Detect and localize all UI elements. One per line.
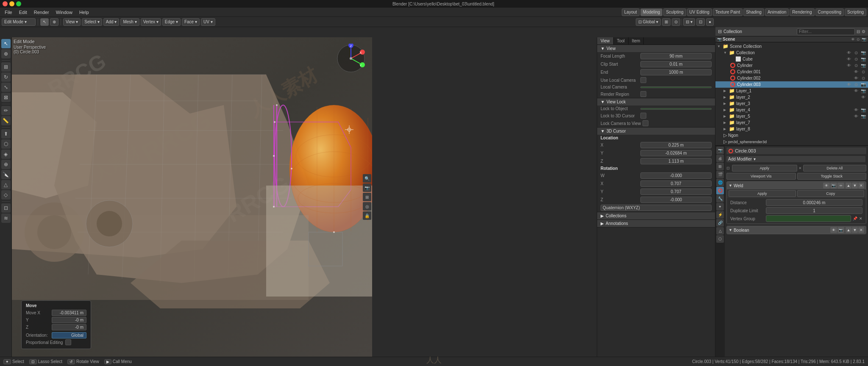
scene-collection-item[interactable]: ▼ 📁 Scene Collection (715, 43, 868, 50)
bevel-icon[interactable]: ◈ (1, 150, 11, 159)
menu-render[interactable]: Render (31, 9, 52, 16)
props-modifier-icon[interactable]: 🔧 (716, 195, 724, 202)
weld-down-btn[interactable]: ▼ (852, 183, 858, 189)
add-btn[interactable]: Add ▾ (103, 18, 120, 26)
props-particles-icon[interactable]: ✦ (716, 203, 724, 211)
weld-up-btn[interactable]: ▲ (846, 183, 851, 189)
weld-vg-pin[interactable]: 📌 (853, 216, 857, 221)
lock-obj-value[interactable] (640, 108, 712, 110)
props-data-icon[interactable]: △ (716, 227, 724, 235)
props-constraints-icon[interactable]: 🔗 (716, 219, 724, 227)
edit-mode-dropdown[interactable]: Edit Mode ▾ (2, 18, 36, 26)
menu-file[interactable]: File (2, 9, 15, 16)
cyl003-sel[interactable]: 📷 (860, 82, 866, 87)
n-tab-item[interactable]: Item (629, 37, 644, 44)
rot-z-value[interactable]: -0.000 (640, 197, 712, 203)
ws-uv[interactable]: UV Editing (687, 8, 712, 16)
coll-eye[interactable]: 👁 (846, 50, 852, 55)
bool-up-btn[interactable]: ▲ (846, 227, 851, 233)
face-btn[interactable]: Face ▾ (182, 18, 200, 26)
layer3-item[interactable]: ▶ 📁 layer_3 (715, 100, 868, 107)
lock-3d-checkbox[interactable] (640, 113, 646, 119)
weld-dup-value[interactable]: 1 (766, 207, 862, 214)
proportional-checkbox[interactable] (65, 339, 71, 345)
n-tab-view[interactable]: View (597, 37, 614, 44)
weld-edit-btn[interactable]: ✏ (837, 183, 844, 189)
bool-down-btn[interactable]: ▼ (852, 227, 858, 233)
rot-x-value[interactable]: 0.707 (640, 180, 712, 187)
ws-layout[interactable]: Layout (622, 8, 640, 16)
menu-help[interactable]: Help (76, 9, 92, 16)
cyl003-eye[interactable]: 👁 (846, 82, 852, 87)
cylinder-003-item[interactable]: ⭕ Cylinder.003 👁 ⊙ 📷 (715, 81, 868, 88)
ortho-icon[interactable]: ⊞ (363, 193, 371, 201)
snapping[interactable]: ⊞ (662, 18, 670, 26)
cylinder-item[interactable]: ⭕ Cylinder 👁 ⊙ 📷 (715, 62, 868, 69)
fill-icon[interactable]: △ (1, 180, 11, 189)
bool-eye-btn[interactable]: 👁 (830, 227, 837, 233)
bool-render-btn[interactable]: 📷 (837, 227, 844, 233)
overlays[interactable]: ⊟ ▾ (683, 18, 695, 26)
outliner-filter-icon[interactable]: ⊟ (857, 29, 860, 34)
rot-y-value[interactable]: 0.707 (640, 189, 712, 195)
shear-icon[interactable]: ◇ (1, 190, 11, 200)
view-btn[interactable]: View ▾ (63, 18, 81, 26)
pm3d-item[interactable]: ▷ pm3d_sphererender3d (715, 139, 868, 145)
uv-btn[interactable]: UV ▾ (201, 18, 215, 26)
layer4-item[interactable]: ▶ 📁 layer_4 👁 📷 (715, 107, 868, 113)
proportional[interactable]: ⊙ (672, 18, 680, 26)
lock-icon[interactable]: 🔒 (363, 211, 371, 220)
layer5-sel[interactable]: 📷 (860, 114, 866, 119)
props-world-icon[interactable]: 🌐 (716, 179, 724, 186)
measure-icon[interactable]: 📏 (1, 116, 11, 125)
cylinder-001-item[interactable]: ⭕ Cylinder.001 👁 ⊙ (715, 69, 868, 75)
orientation-value[interactable]: Global (52, 332, 86, 338)
coll-cam[interactable]: ⊙ (853, 50, 859, 55)
view-lock-header[interactable]: ▼ View Lock (597, 98, 715, 105)
local-camera-checkbox[interactable] (640, 77, 646, 83)
shrink-icon[interactable]: ⊡ (1, 203, 11, 213)
weld-x-btn[interactable]: ✕ (858, 183, 864, 189)
cyl001-cam[interactable]: ⊙ (860, 69, 866, 74)
ngon-item[interactable]: ▷ Ngon (715, 132, 868, 139)
select-tool[interactable]: ↖ (40, 18, 49, 26)
cyl002-eye[interactable]: 👁 (853, 76, 859, 80)
cursor-tool[interactable]: ⊕ (50, 18, 58, 26)
close-button[interactable] (3, 1, 8, 6)
outliner-settings-icon[interactable]: ⚙ (862, 29, 865, 34)
menu-edit[interactable]: Edit (16, 9, 30, 16)
cursor-icon[interactable]: ⊕ (1, 49, 11, 58)
viewport-vis-button[interactable]: Viewport Vis (726, 173, 796, 180)
collection-item[interactable]: ▼ 📁 Collection 👁 ⊙ 📷 (715, 50, 868, 56)
layer1-eye[interactable]: 👁 (853, 89, 859, 93)
vertex-btn[interactable]: Vertex ▾ (141, 18, 161, 26)
cursor-header[interactable]: ▼ 3D Cursor (597, 128, 715, 135)
maximize-button[interactable] (16, 1, 21, 6)
inset-icon[interactable]: ⬡ (1, 139, 11, 149)
viewport-gizmo[interactable]: X Y Z (336, 44, 366, 73)
props-output-icon[interactable]: 🖨 (716, 155, 724, 162)
xray[interactable]: ⊡ (696, 18, 705, 26)
add-modifier-btn[interactable]: Add Modifier ▾ (726, 156, 865, 162)
local-view-icon[interactable]: ◎ (363, 202, 371, 211)
loc-y-value[interactable]: -0.02684 m (640, 150, 712, 156)
ws-animation[interactable]: Animation (765, 8, 789, 16)
weld-eye-btn[interactable]: 👁 (823, 183, 830, 189)
camera-icon[interactable]: 📷 (363, 183, 371, 192)
rot-w-value[interactable]: -0.000 (640, 172, 712, 179)
edge-btn[interactable]: Edge ▾ (162, 18, 181, 26)
ws-texture[interactable]: Texture Paint (713, 8, 743, 16)
menu-window[interactable]: Window (53, 9, 75, 16)
layer5-item[interactable]: ▶ 📁 layer_5 👁 📷 (715, 113, 868, 119)
cylinder-002-item[interactable]: ⭕ Cylinder.002 👁 ⊙ (715, 75, 868, 81)
props-scene-icon[interactable]: 🎬 (716, 171, 724, 178)
weld-apply-btn[interactable]: Apply (729, 190, 796, 197)
n-tab-tool[interactable]: Tool (614, 37, 629, 44)
move-z-value[interactable]: -0 m (52, 324, 86, 330)
transform-pivot[interactable]: ⊡ Global ▾ (636, 18, 661, 26)
select-btn[interactable]: Select ▾ (82, 18, 102, 26)
transform-icon[interactable]: ⊠ (1, 93, 11, 102)
layer4-eye[interactable]: 👁 (853, 108, 859, 112)
weld-dist-value[interactable]: 0.000246 m (766, 199, 862, 206)
focal-value[interactable]: 90 mm (640, 53, 712, 59)
